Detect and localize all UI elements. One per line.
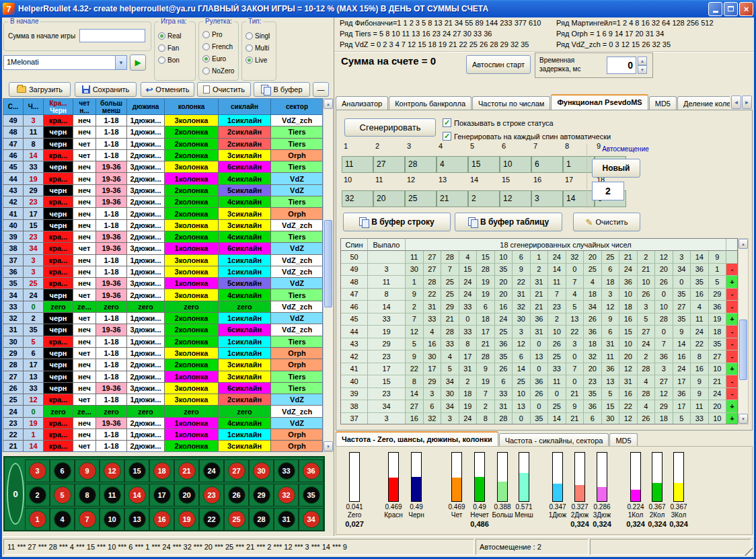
- history-row[interactable]: 2713черннеч1-182дюжи...1колонка3сиклайнT…: [3, 371, 322, 383]
- grid-generated-number[interactable]: 28: [405, 156, 437, 173]
- type-radio-live[interactable]: Live: [245, 54, 270, 65]
- offset-input[interactable]: [592, 182, 624, 200]
- board-cell[interactable]: 3: [25, 459, 50, 482]
- board-cell[interactable]: 18: [149, 459, 174, 482]
- tab-scroll-right-icon[interactable]: ►: [742, 96, 752, 109]
- history-row[interactable]: 4329черннеч19-363дюжи...2колонка5сиклайн…: [3, 185, 322, 196]
- history-row[interactable]: 373кра...неч1-181дюжи...3колонка1сиклайн…: [3, 255, 322, 266]
- type-radio-multi[interactable]: Multi: [245, 42, 270, 53]
- grid-generated-number[interactable]: 15: [468, 156, 500, 173]
- board-cell[interactable]: 26: [224, 484, 249, 507]
- history-row[interactable]: 4614кра...чет1-182дюжи...2колонка3сиклай…: [3, 150, 322, 161]
- board-cell[interactable]: 4: [50, 508, 75, 531]
- start-sum-input[interactable]: [79, 29, 145, 42]
- history-row[interactable]: 240zeroze...zerozerozerozeroVdZ_zch: [3, 406, 322, 417]
- roulette-radio-euro[interactable]: Euro: [202, 53, 234, 64]
- copy-to-buffer-button[interactable]: В буфер: [254, 82, 310, 97]
- board-cell[interactable]: 14: [124, 484, 149, 507]
- clear-button[interactable]: Очистить: [197, 82, 251, 97]
- game-radio-real[interactable]: Real: [158, 30, 182, 41]
- grid-generated-number[interactable]: 11: [342, 156, 373, 173]
- history-row[interactable]: 3834кра...чет19-363дюжи...1колонка6сикла…: [3, 243, 322, 254]
- resize-grip[interactable]: [745, 548, 753, 556]
- generated-table-row[interactable]: 38342763419231130259361522429171120+: [341, 400, 737, 413]
- history-row[interactable]: 305кра...неч1-181дюжи...2колонка1сиклайн…: [3, 336, 322, 348]
- history-row[interactable]: 2512кра...чет1-181дюжи...3колонка2сиклай…: [3, 394, 322, 406]
- board-cell[interactable]: 27: [224, 459, 249, 482]
- generated-table-row[interactable]: 50112728415106124322025212123149: [341, 251, 737, 264]
- roulette-radio-nozero[interactable]: NoZero: [202, 65, 234, 76]
- history-row[interactable]: 4117черннеч1-182дюжи...2колонка3сиклайнO…: [3, 208, 322, 219]
- copy-row-button[interactable]: В буфер строку: [343, 213, 451, 231]
- minimize-button[interactable]: [708, 2, 722, 16]
- history-row[interactable]: 3424чернчет19-362дюжи...3колонка4сиклайн…: [3, 289, 322, 301]
- scroll-down-icon[interactable]: ▼: [739, 414, 748, 424]
- type-radio-singl[interactable]: Singl: [245, 30, 270, 41]
- board-cell[interactable]: 28: [249, 508, 274, 531]
- play-button[interactable]: ▶: [130, 54, 146, 71]
- grid-generated-number[interactable]: 2: [468, 190, 500, 207]
- board-cell[interactable]: 2: [25, 484, 50, 507]
- history-row[interactable]: 3525кра...неч19-363дюжи...1колонка5сикла…: [3, 278, 322, 289]
- board-cell[interactable]: 29: [249, 484, 274, 507]
- history-row[interactable]: 493кра...неч1-181дюжи...3колонка1сиклайн…: [3, 115, 322, 126]
- generated-table-row[interactable]: 4015829342196253611023133142717921-: [341, 375, 737, 388]
- load-button[interactable]: Загрузить: [9, 82, 71, 97]
- board-cell[interactable]: 7: [75, 508, 100, 531]
- generated-table-row[interactable]: 48111282524192022311174183610260355+: [341, 276, 737, 289]
- history-row[interactable]: 2633черннеч19-363дюжи...3колонка6сиклайн…: [3, 383, 322, 394]
- generate-button[interactable]: Сгенерировать: [344, 118, 436, 137]
- generated-table-row[interactable]: 44191242833172533110223661527092418-: [341, 326, 737, 338]
- game-radio-fan[interactable]: Fan: [158, 42, 182, 53]
- scroll-up-icon[interactable]: ▲: [739, 239, 748, 249]
- grid-generated-number[interactable]: 20: [373, 190, 405, 207]
- board-cell[interactable]: 9: [75, 459, 100, 482]
- show-in-statusbar-checkbox[interactable]: ✓ Показывать в строке статуса: [443, 118, 554, 127]
- autospin-start-button[interactable]: Автоспин старт: [466, 55, 531, 74]
- tab-scroll-left-icon[interactable]: ◄: [731, 96, 741, 109]
- generated-table-row[interactable]: 46142312933616322123534121831027436-: [341, 301, 737, 313]
- roulette-radio-pro[interactable]: Pro: [202, 29, 234, 40]
- generated-table-row[interactable]: 43295163382136120263183110247142235-: [341, 338, 737, 351]
- generated-table-row[interactable]: 4223930417283561325032112023616827-: [341, 350, 737, 363]
- board-cell[interactable]: 22: [199, 508, 224, 531]
- board-cell[interactable]: 23: [199, 484, 224, 507]
- grid-generated-number[interactable]: 25: [405, 190, 437, 207]
- game-radio-bon[interactable]: Bon: [158, 54, 182, 65]
- board-cell[interactable]: 10: [100, 508, 124, 531]
- board-cell[interactable]: 32: [274, 484, 299, 507]
- restore-button[interactable]: [724, 2, 738, 16]
- scroll-down-icon[interactable]: ▼: [324, 441, 333, 451]
- board-cell[interactable]: 36: [299, 459, 324, 482]
- main-tab[interactable]: Деление колеса на: [677, 96, 730, 110]
- close-button[interactable]: ×: [739, 2, 753, 16]
- history-row[interactable]: 2114кра...чет1-182дюжи...2колонка3сиклай…: [3, 441, 322, 452]
- history-row[interactable]: 4811черннеч1-181дюжи...2колонка2сиклайнT…: [3, 126, 322, 138]
- history-row[interactable]: 2817черннеч1-182дюжи...2колонка3сиклайнO…: [3, 359, 322, 371]
- board-cell[interactable]: 21: [174, 459, 199, 482]
- board-cell[interactable]: 6: [50, 459, 75, 482]
- generated-table-row[interactable]: 3731632324828035142163012261853310+: [341, 413, 737, 425]
- scrollbar-thumb[interactable]: [324, 220, 332, 307]
- history-row[interactable]: 3135черннеч19-363дюжи...2колонка6сиклайн…: [3, 324, 322, 336]
- save-button[interactable]: Сохранить: [75, 82, 137, 97]
- board-zero-cell[interactable]: 0: [7, 463, 24, 525]
- copy-table-button[interactable]: В буфер таблицу: [455, 213, 562, 231]
- frequency-tab[interactable]: Частота - Zero, шансы, дюжины, колонки: [336, 431, 498, 447]
- board-cell[interactable]: 12: [100, 459, 124, 482]
- generated-table-scrollbar[interactable]: ▲ ▼: [738, 238, 749, 424]
- board-cell[interactable]: 16: [149, 508, 174, 531]
- board-cell[interactable]: 13: [124, 508, 149, 531]
- board-cell[interactable]: 17: [149, 484, 174, 507]
- roulette-radio-french[interactable]: French: [202, 41, 234, 52]
- generated-table-row[interactable]: 45337332101824303621326916528351119+: [341, 313, 737, 326]
- history-row[interactable]: 478чернчет1-181дюжи...2колонка2сиклайнTi…: [3, 139, 322, 150]
- grid-generated-number[interactable]: 6: [531, 156, 563, 173]
- history-row[interactable]: 330zeroze...zerozerozerozeroVdZ_zch: [3, 301, 322, 313]
- generated-table-row[interactable]: 4789222524192031217418310260351629-: [341, 289, 737, 301]
- board-cell[interactable]: 25: [224, 508, 249, 531]
- spin-up-icon[interactable]: ▲: [638, 57, 647, 65]
- board-cell[interactable]: 35: [299, 484, 324, 507]
- grid-generated-number[interactable]: 4: [437, 156, 468, 173]
- main-tab[interactable]: Функционал PsevdoMS: [551, 94, 648, 110]
